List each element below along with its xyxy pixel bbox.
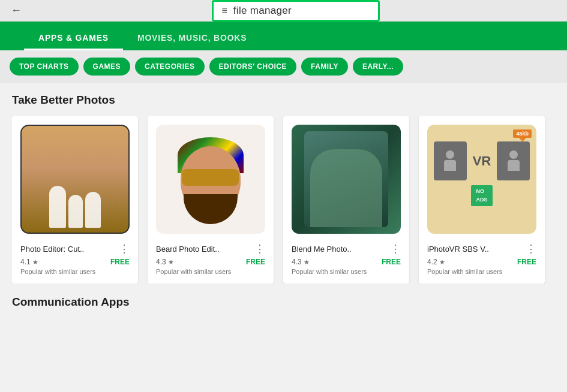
sunglasses: [182, 169, 239, 186]
chip-categories[interactable]: CATEGORIES: [135, 58, 204, 76]
silhouette-group: [49, 186, 101, 228]
cards-row: Photo Editor: Cut.. ⋮ 4.1 ★ FREE Popular…: [12, 116, 555, 284]
person-head-2: [509, 150, 518, 159]
star-icon-4: ★: [439, 258, 445, 266]
chip-editors-choice[interactable]: EDITORS' CHOICE: [209, 58, 296, 76]
chip-top-charts[interactable]: TOP CHARTS: [10, 58, 79, 76]
more-icon-blend[interactable]: ⋮: [390, 242, 401, 255]
app-thumbnail-blend: [292, 125, 401, 234]
section-title-photos: Take Better Photos: [12, 94, 555, 107]
app-info-blend: Blend Me Photo.. ⋮ 4.3 ★ FREE Popular wi…: [292, 240, 401, 275]
price-beard: FREE: [246, 258, 265, 266]
person-body: [444, 160, 456, 171]
app-card-beard: Beard Photo Edit.. ⋮ 4.3 ★ FREE Popular …: [148, 116, 274, 284]
chip-early-access[interactable]: EARLY...: [353, 58, 403, 76]
app-card-photo-editor: Photo Editor: Cut.. ⋮ 4.1 ★ FREE Popular…: [12, 116, 138, 284]
back-button[interactable]: ←: [7, 3, 25, 18]
chips-bar: TOP CHARTS GAMES CATEGORIES EDITORS' CHO…: [0, 50, 567, 83]
tab-apps-games[interactable]: APPS & GAMES: [24, 27, 123, 50]
person-body-2: [508, 160, 520, 171]
search-query: file manager: [233, 5, 292, 17]
rating-vr: 4.2 ★: [427, 258, 445, 266]
app-card-vr: 45kb VR: [419, 116, 545, 284]
app-name-beard: Beard Photo Edit..: [156, 245, 220, 254]
star-icon-1: ★: [32, 258, 38, 266]
section-title-communication: Communication Apps: [12, 295, 555, 309]
blend-couple: [304, 131, 388, 227]
search-box[interactable]: ≡ file manager: [212, 0, 380, 22]
vr-kb-badge: 45kb: [513, 129, 532, 138]
beard-hair: [184, 194, 238, 224]
main-content: Take Better Photos Photo Editor: Cut.. ⋮…: [0, 83, 567, 319]
tab-movies-music[interactable]: MOVIES, MUSIC, BOOKS: [123, 27, 261, 50]
more-icon-photo-editor[interactable]: ⋮: [119, 242, 130, 255]
rating-photo-editor: 4.1 ★: [20, 258, 38, 266]
app-info-vr: iPhotoVR SBS V.. ⋮ 4.2 ★ FREE Popular wi…: [427, 240, 536, 275]
star-icon-3: ★: [304, 258, 310, 266]
price-blend: FREE: [382, 258, 401, 266]
beard-face: [175, 134, 247, 224]
app-name-blend: Blend Me Photo..: [292, 245, 352, 254]
vr-badge-arrow: [519, 138, 526, 141]
person-icon-right: [505, 150, 522, 172]
person-icon-left: [442, 150, 458, 172]
app-card-blend: Blend Me Photo.. ⋮ 4.3 ★ FREE Popular wi…: [283, 116, 409, 284]
star-icon-2: ★: [168, 258, 174, 266]
price-photo-editor: FREE: [110, 258, 130, 266]
app-info-beard: Beard Photo Edit.. ⋮ 4.3 ★ FREE Popular …: [156, 240, 265, 275]
popular-photo-editor: Popular with similar users: [20, 268, 130, 275]
vr-right-card: [497, 141, 530, 180]
popular-blend: Popular with similar users: [292, 268, 401, 275]
app-name-photo-editor: Photo Editor: Cut..: [20, 245, 84, 254]
popular-vr: Popular with similar users: [427, 268, 536, 275]
silhouette-3: [85, 192, 101, 228]
silhouette-1: [49, 186, 66, 228]
popular-beard: Popular with similar users: [156, 268, 265, 275]
vr-label: VR: [473, 153, 491, 169]
more-icon-beard[interactable]: ⋮: [254, 242, 265, 255]
more-icon-vr[interactable]: ⋮: [526, 242, 536, 255]
app-thumbnail-vr: 45kb VR: [427, 125, 536, 234]
rating-blend: 4.3 ★: [292, 258, 310, 266]
couple-silhouette: [310, 149, 382, 227]
app-thumbnail-photo-editor: [20, 125, 130, 234]
search-container: ≡ file manager: [31, 0, 560, 22]
price-vr: FREE: [517, 258, 536, 266]
chip-games[interactable]: GAMES: [83, 58, 131, 76]
vr-left-card: [434, 141, 467, 180]
app-thumbnail-beard: [156, 125, 265, 234]
silhouette-2: [68, 195, 83, 228]
app-name-vr: iPhotoVR SBS V..: [427, 245, 489, 254]
chip-family[interactable]: FAMILY: [301, 58, 348, 76]
hamburger-icon: ≡: [222, 5, 227, 16]
rating-beard: 4.3 ★: [156, 258, 174, 266]
no-ads-badge: NOADS: [471, 185, 492, 206]
nav-header: APPS & GAMES MOVIES, MUSIC, BOOKS: [0, 22, 567, 50]
browser-bar: ← ≡ file manager: [0, 0, 567, 22]
person-head: [446, 150, 454, 159]
app-info-photo-editor: Photo Editor: Cut.. ⋮ 4.1 ★ FREE Popular…: [20, 240, 130, 275]
